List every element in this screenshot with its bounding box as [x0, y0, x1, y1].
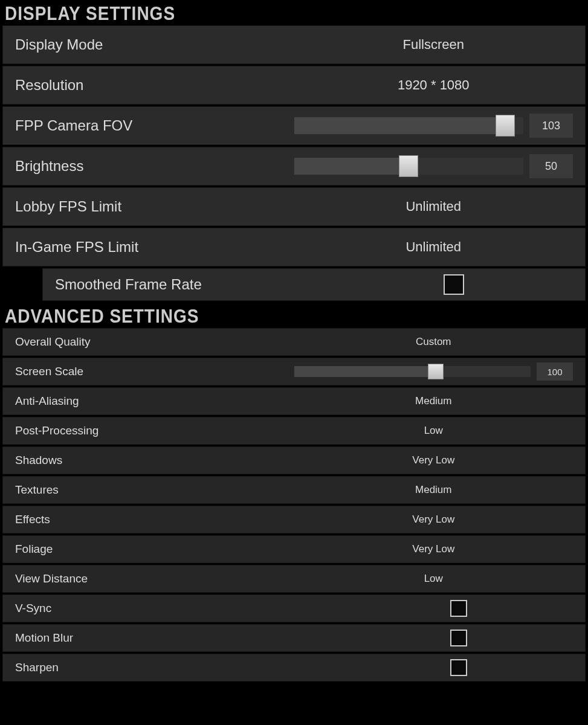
value-shadows: Very Low [294, 454, 573, 466]
value-screen-scale[interactable]: 100 [537, 362, 573, 381]
row-view-distance[interactable]: View Distance Low [2, 565, 586, 593]
label-resolution: Resolution [15, 77, 294, 94]
value-overall: Custom [294, 336, 573, 348]
row-lobby-fps[interactable]: Lobby FPS Limit Unlimited [2, 187, 586, 226]
row-shadows[interactable]: Shadows Very Low [2, 446, 586, 474]
row-brightness: Brightness 50 [2, 147, 586, 185]
row-display-mode[interactable]: Display Mode Fullscreen [2, 25, 586, 64]
row-fov: FPP Camera FOV 103 [2, 106, 586, 145]
label-view-distance: View Distance [15, 572, 294, 585]
row-smoothed-frame-rate[interactable]: Smoothed Frame Rate [42, 268, 586, 301]
value-resolution: 1920 * 1080 [294, 77, 573, 93]
row-textures[interactable]: Textures Medium [2, 476, 586, 504]
value-lobby-fps: Unlimited [294, 199, 573, 214]
value-fov[interactable]: 103 [529, 114, 573, 138]
slider-screen-scale[interactable] [294, 366, 531, 377]
row-effects[interactable]: Effects Very Low [2, 506, 586, 533]
checkbox-motion-blur[interactable] [450, 630, 467, 646]
value-aa: Medium [294, 395, 573, 407]
value-textures: Medium [294, 484, 573, 496]
row-overall-quality[interactable]: Overall Quality Custom [2, 328, 586, 356]
slider-brightness[interactable] [294, 158, 524, 175]
label-aa: Anti-Aliasing [15, 395, 294, 408]
slider-fov-thumb[interactable] [496, 115, 515, 137]
label-motion-blur: Motion Blur [15, 631, 294, 645]
label-textures: Textures [15, 483, 294, 497]
value-foliage: Very Low [294, 543, 573, 555]
label-smoothed: Smoothed Frame Rate [55, 276, 314, 293]
slider-screen-scale-fill [294, 366, 436, 377]
slider-screen-scale-thumb[interactable] [428, 364, 444, 379]
label-overall: Overall Quality [15, 335, 294, 349]
row-sharpen[interactable]: Sharpen [2, 654, 586, 682]
row-screen-scale: Screen Scale 100 [2, 358, 586, 385]
slider-brightness-thumb[interactable] [399, 155, 418, 177]
row-ingame-fps[interactable]: In-Game FPS Limit Unlimited [2, 228, 586, 266]
row-anti-aliasing[interactable]: Anti-Aliasing Medium [2, 387, 586, 415]
label-vsync: V-Sync [15, 602, 294, 615]
label-screen-scale: Screen Scale [15, 365, 294, 378]
value-view-distance: Low [294, 573, 573, 585]
value-effects: Very Low [294, 514, 573, 526]
section-title-display: DISPLAY SETTINGS [0, 0, 588, 27]
slider-fov[interactable] [294, 117, 524, 134]
label-lobby-fps: Lobby FPS Limit [15, 198, 294, 215]
label-brightness: Brightness [15, 158, 294, 175]
label-post: Post-Processing [15, 424, 294, 437]
row-foliage[interactable]: Foliage Very Low [2, 535, 586, 563]
value-brightness[interactable]: 50 [529, 154, 573, 178]
checkbox-sharpen[interactable] [450, 659, 467, 676]
value-ingame-fps: Unlimited [294, 239, 573, 255]
row-vsync[interactable]: V-Sync [2, 594, 586, 622]
label-effects: Effects [15, 513, 294, 526]
row-post-processing[interactable]: Post-Processing Low [2, 417, 586, 445]
label-sharpen: Sharpen [15, 661, 294, 674]
row-motion-blur[interactable]: Motion Blur [2, 624, 586, 652]
checkbox-smoothed[interactable] [444, 274, 464, 295]
label-fov: FPP Camera FOV [15, 117, 294, 134]
label-ingame-fps: In-Game FPS Limit [15, 239, 294, 256]
value-display-mode: Fullscreen [294, 37, 573, 53]
section-title-advanced: ADVANCED SETTINGS [0, 303, 588, 329]
value-post: Low [294, 425, 573, 437]
slider-brightness-fill [294, 158, 409, 175]
row-resolution[interactable]: Resolution 1920 * 1080 [2, 66, 586, 105]
slider-fov-fill [294, 117, 505, 134]
checkbox-vsync[interactable] [450, 600, 467, 617]
label-foliage: Foliage [15, 543, 294, 556]
label-shadows: Shadows [15, 454, 294, 467]
label-display-mode: Display Mode [15, 36, 294, 53]
